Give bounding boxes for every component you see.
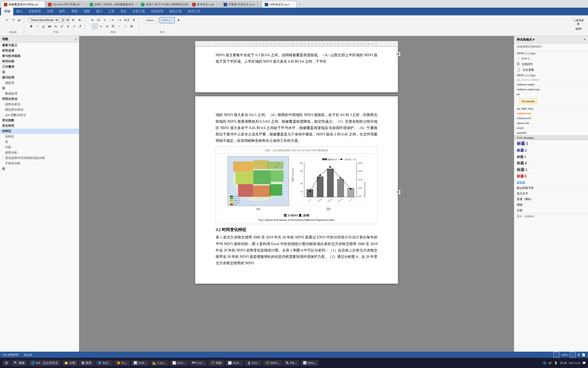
bold-button[interactable]: B bbox=[28, 24, 34, 29]
tab-close-icon[interactable]: × bbox=[136, 3, 138, 6]
outline-item[interactable]: 源与处理 bbox=[0, 75, 79, 80]
font-size-select[interactable]: 五号 bbox=[60, 17, 70, 23]
subscript-button[interactable]: x₂ bbox=[53, 24, 58, 29]
zoom-in-button[interactable]: + bbox=[570, 352, 575, 358]
tab-close-icon[interactable]: × bbox=[82, 3, 84, 6]
ribbon-tab-tools[interactable]: 工具 bbox=[105, 8, 117, 15]
bullet-list-button[interactable]: ≡• bbox=[90, 17, 95, 23]
outline-item-selected[interactable]: 布特征 bbox=[0, 129, 79, 134]
style-item-h3[interactable]: 标题 3 bbox=[514, 154, 588, 160]
sort-button[interactable]: A↕Z bbox=[123, 17, 131, 23]
taskbar-start-button[interactable]: ⊞ bbox=[3, 360, 10, 366]
justify-button[interactable]: ☰ bbox=[110, 24, 116, 29]
outline-item[interactable]: 变化研究 bbox=[0, 123, 79, 129]
style-item-h6[interactable]: 标题 6 bbox=[514, 173, 588, 180]
show-marks-button[interactable]: ¶ bbox=[131, 17, 137, 23]
outline-item[interactable]: 工作量表 bbox=[0, 64, 79, 70]
outline-item[interactable]: 源处理 bbox=[0, 80, 79, 86]
tab-exp3b[interactable]: 实验三 基于TVD的土壤情模态分析 × bbox=[138, 1, 189, 8]
volume-icon[interactable]: 🔊 bbox=[548, 361, 552, 365]
outline-item[interactable]: 化特征 bbox=[0, 134, 79, 139]
ribbon-tab-design[interactable]: 设计 bbox=[93, 8, 105, 15]
align-right-button[interactable]: ⫷ bbox=[104, 24, 110, 29]
taskbar-app6[interactable]: 🗺 CAU... bbox=[189, 360, 207, 366]
style-item-align[interactable]: ☰ 文档对齐 bbox=[514, 62, 588, 67]
search-button[interactable]: 🔍查找替换 bbox=[571, 19, 586, 25]
font-family-select[interactable]: Times New Roman bbox=[28, 17, 59, 23]
outline-item[interactable]: 摘要与意义 bbox=[0, 43, 79, 48]
tab-new[interactable]: + bbox=[297, 1, 303, 8]
battery-icon[interactable]: 🔋 bbox=[554, 361, 558, 365]
style-item-h1[interactable]: 标题 1 bbox=[514, 140, 588, 147]
style-item-span[interactable]: spanlefit bbox=[514, 130, 588, 135]
outline-item[interactable]: 法 bbox=[0, 86, 79, 91]
style-item-mjx[interactable]: mjx_assistive_mathtml1 bbox=[514, 78, 588, 82]
tab-pdf1[interactable]: 植被覆盖差对分特征.pdf × bbox=[1, 1, 45, 8]
tab-pdf2[interactable]: PIE-Basic用户手册.pdf × bbox=[45, 1, 87, 8]
more-styles-button[interactable]: ▼ bbox=[176, 17, 181, 23]
style-item-ordinary1[interactable]: ordinary-output bbox=[514, 82, 588, 87]
outline-item[interactable]: 布 bbox=[0, 139, 79, 145]
tab-close-icon[interactable]: × bbox=[292, 3, 293, 6]
increase-indent-button[interactable]: →≡ bbox=[116, 17, 122, 23]
taskbar-app9[interactable]: 🔬 FAY... bbox=[244, 360, 262, 366]
style-item-ordinary2[interactable]: ordinary-output targ bbox=[514, 87, 588, 92]
taskbar-app11[interactable]: 🛰 PIE... bbox=[283, 360, 299, 366]
font-grow-button[interactable]: A↑ bbox=[71, 17, 77, 23]
network-icon[interactable]: 🌐 bbox=[543, 361, 546, 365]
undo-button[interactable]: ↩ bbox=[4, 17, 10, 23]
shading-button[interactable]: □ bbox=[122, 24, 128, 29]
decrease-indent-button[interactable]: ←≡ bbox=[108, 17, 115, 23]
ribbon-tab-ref[interactable]: 引用 bbox=[44, 8, 56, 15]
ribbon-tab-special[interactable]: 特色应用 bbox=[148, 8, 166, 15]
align-left-button[interactable]: ⫶ bbox=[92, 24, 97, 29]
tab-close-icon[interactable]: × bbox=[41, 3, 42, 6]
select-button[interactable]: 选择▾ bbox=[571, 26, 586, 32]
ribbon-tab-insert[interactable]: 插入 bbox=[13, 8, 26, 15]
style-item-hyperlink[interactable]: 超链接 bbox=[514, 180, 588, 185]
outline-item[interactable]: unit 指数分析法 bbox=[0, 112, 79, 118]
outline-item[interactable]: 稳定性分析法 bbox=[0, 107, 79, 112]
layout-icon[interactable]: ⊞ bbox=[578, 353, 580, 356]
outline-item[interactable]: 研究内容 bbox=[0, 59, 79, 64]
taskbar-app5[interactable]: 📈 EAU... bbox=[170, 360, 188, 366]
style-item-default-para[interactable]: 默认段落字体 bbox=[514, 185, 588, 191]
clear-format-button[interactable]: ✗ bbox=[77, 24, 83, 29]
highlight-button[interactable]: A bbox=[65, 24, 71, 29]
outline-item[interactable]: 变化趋势与可持续性综合分析 bbox=[0, 155, 79, 161]
style-item-placeholder[interactable]: Placeholder bbox=[514, 97, 588, 106]
tab-exp3[interactable]: 实验三 长时间...的植被覆盖变化 × bbox=[87, 1, 138, 8]
font-color-button[interactable]: A bbox=[71, 24, 77, 29]
style-item-h5[interactable]: 标题 5 bbox=[514, 167, 588, 173]
line-spacing-button[interactable]: ↕ bbox=[116, 24, 122, 29]
redo-button[interactable]: ↪ bbox=[10, 17, 16, 23]
ribbon-tab-format-tools[interactable]: 格式工具 bbox=[166, 8, 185, 15]
style-box-mdpi[interactable]: MDPI_S... bbox=[160, 17, 175, 23]
taskbar-app7[interactable]: 🎬 回放 bbox=[208, 360, 224, 366]
taskbar-folder[interactable]: 📁 文档 bbox=[62, 360, 78, 366]
tab-ref1[interactable]: 参考论文1.pdf × bbox=[189, 1, 221, 8]
taskbar-search[interactable]: 🔍 搜索 bbox=[11, 360, 27, 366]
outline-item[interactable]: 章与技术路线 bbox=[0, 53, 79, 59]
close-navigation-icon[interactable]: × bbox=[75, 37, 77, 41]
taskbar-app3[interactable]: 📊 FAB... bbox=[131, 360, 149, 366]
ribbon-tab-review[interactable]: 审阅 bbox=[68, 8, 81, 15]
taskbar-app10[interactable]: 🌿 009%... bbox=[263, 360, 282, 366]
format-painter-button[interactable]: 🖌 bbox=[16, 17, 22, 23]
style-item-p0[interactable]: p0 bbox=[514, 92, 588, 97]
scroll-down-button-2[interactable]: ▼ bbox=[396, 190, 400, 194]
style-item-release[interactable]: release-dav bbox=[514, 121, 588, 125]
taskbar-app8[interactable]: 📉 FAB... bbox=[225, 360, 243, 366]
style-item-h4[interactable]: 标题 4 bbox=[514, 160, 588, 167]
ribbon-tab-style-tools[interactable]: 样式工具 bbox=[185, 8, 203, 15]
taskbar-browser[interactable]: 🌐 WP - 怎么写论文 bbox=[28, 360, 61, 366]
scroll-down-button[interactable]: ▼ bbox=[396, 52, 400, 56]
outline-item[interactable]: 空间分析法 bbox=[0, 96, 79, 102]
taskbar-app1[interactable]: 🔷 HAT... bbox=[95, 360, 113, 366]
tab-thesis2[interactable]: 09毕业论文.docx × bbox=[262, 1, 296, 8]
outline-item[interactable]: 数据处理 bbox=[0, 91, 79, 96]
style-item-normal-website[interactable]: 普通（网站） bbox=[514, 197, 588, 202]
border-button[interactable]: ⊞ bbox=[129, 24, 134, 29]
underline-button[interactable]: U bbox=[41, 24, 46, 29]
outline-item[interactable]: 法 bbox=[0, 70, 79, 75]
